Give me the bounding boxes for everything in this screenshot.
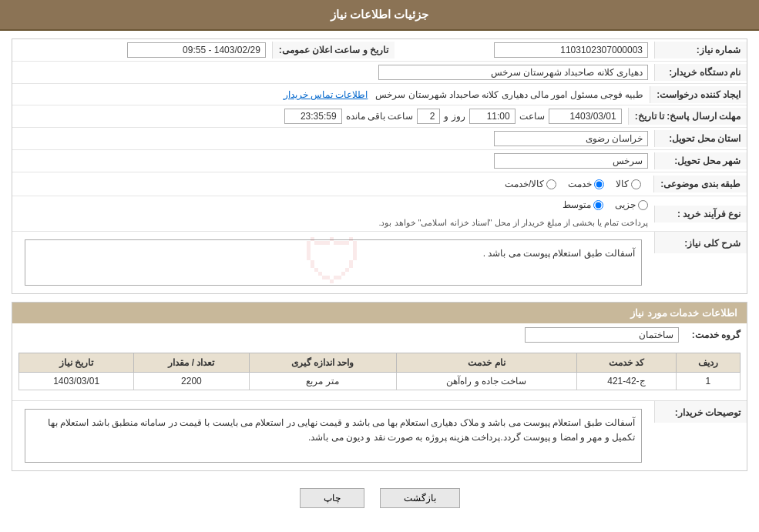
category-khedmat-item: خدمت <box>568 179 604 189</box>
category-kala-radio[interactable] <box>631 179 641 189</box>
city-row: شهر محل تحویل: <box>12 150 747 172</box>
footer-buttons: بازگشت چاپ <box>12 479 747 517</box>
contact-link[interactable]: اطلاعات تماس خریدار <box>284 89 368 100</box>
category-kala-khedmat-radio[interactable] <box>546 179 556 189</box>
province-input[interactable] <box>494 131 648 146</box>
buyer-desc-row: توصیحات خریدار: آسفالت طبق استعلام پیوست… <box>12 400 747 470</box>
page-container: جزئیات اطلاعات نیاز شماره نیاز: تاریخ و … <box>0 0 759 532</box>
reply-deadline-row: مهلت ارسال پاسخ: تا تاریخ: ساعت روز و سا… <box>12 105 747 128</box>
need-desc-value: 🛡 آسفالت طبق استعلام پیوست می باشد . <box>12 232 654 293</box>
category-radio-group: کالا خدمت کالا/خدمت <box>18 176 647 192</box>
col-code: کد خدمت <box>577 353 677 373</box>
announcement-input[interactable] <box>127 42 266 58</box>
category-value: کالا خدمت کالا/خدمت <box>12 172 653 196</box>
province-row: استان محل تحویل: <box>12 128 747 150</box>
reply-deadline-value: ساعت روز و ساعت باقی مانده <box>12 105 628 127</box>
process-jazei-item: جزیی <box>615 199 648 210</box>
reply-time-label: ساعت <box>519 111 545 122</box>
category-label: طبقه بندی موضوعی: <box>653 176 747 192</box>
announcement-value <box>12 39 272 61</box>
services-section: اطلاعات خدمات مورد نیاز گروه خدمت: ردیف … <box>12 302 747 471</box>
process-label: نوع فرآیند خرید : <box>654 206 747 223</box>
creator-text: طبیه فوجی مسئول امور مالی دهیاری کلانه ص… <box>375 89 643 100</box>
col-quantity: تعداد / مقدار <box>134 353 249 373</box>
category-khedmat-label: خدمت <box>568 179 592 189</box>
service-group-label: گروه خدمت: <box>679 330 741 340</box>
category-row: طبقه بندی موضوعی: کالا خدمت <box>12 172 747 196</box>
process-value: جزیی متوسط پرداخت تمام یا بخشی از مبلغ خ… <box>12 196 654 231</box>
service-group-input[interactable] <box>525 327 679 343</box>
service-group-row: گروه خدمت: <box>12 323 747 346</box>
col-name: نام خدمت <box>396 353 576 373</box>
buyer-org-input[interactable] <box>378 65 648 80</box>
creator-row: ایجاد کننده درخواست: طبیه فوجی مسئول امو… <box>12 84 747 105</box>
reply-remaining-label: ساعت باقی مانده <box>346 111 414 122</box>
process-motavaset-label: متوسط <box>563 199 591 210</box>
table-section: ردیف کد خدمت نام خدمت واحد اندازه گیری ت… <box>12 346 747 396</box>
need-desc-box: آسفالت طبق استعلام پیوست می باشد . <box>25 239 642 286</box>
need-desc-label: شرح کلی نیاز: <box>654 232 747 253</box>
print-button[interactable]: چاپ <box>300 488 364 508</box>
province-value <box>12 128 654 149</box>
cell-date: 1403/03/01 <box>19 373 134 390</box>
category-kala-item: کالا <box>616 179 641 189</box>
cell-code: ج-42-421 <box>577 373 677 390</box>
col-date: تاریخ نیاز <box>19 353 134 373</box>
need-number-row: شماره نیاز: تاریخ و ساعت اعلان عمومی: <box>12 39 747 62</box>
city-label: شهر محل تحویل: <box>654 152 747 169</box>
process-motavaset-item: متوسط <box>563 199 603 210</box>
col-unit: واحد اندازه گیری <box>249 353 396 373</box>
buyer-desc-value: آسفالت طبق استعلام پیوست می باشد و ملاک … <box>12 401 654 470</box>
back-button[interactable]: بازگشت <box>380 488 460 508</box>
main-content: شماره نیاز: تاریخ و ساعت اعلان عمومی: نا… <box>0 31 759 525</box>
table-row: 1 ج-42-421 ساخت جاده و راه‌آهن متر مربع … <box>19 373 741 390</box>
process-jazei-label: جزیی <box>615 199 636 210</box>
category-kala-label: کالا <box>616 179 629 189</box>
process-row: نوع فرآیند خرید : جزیی متوسط <box>12 196 747 232</box>
city-value <box>12 150 654 172</box>
services-title: اطلاعات خدمات مورد نیاز <box>12 303 747 323</box>
creator-value: طبیه فوجی مسئول امور مالی دهیاری کلانه ص… <box>12 86 650 103</box>
reply-deadline-label: مهلت ارسال پاسخ: تا تاریخ: <box>628 108 747 125</box>
reply-remaining-input[interactable] <box>284 109 342 124</box>
cell-name: ساخت جاده و راه‌آهن <box>396 373 576 390</box>
buyer-desc-box: آسفالت طبق استعلام پیوست می باشد و ملاک … <box>25 409 642 463</box>
page-header: جزئیات اطلاعات نیاز <box>0 0 759 31</box>
buyer-org-label: نام دستگاه خریدار: <box>654 64 747 81</box>
reply-days-input[interactable] <box>417 109 440 124</box>
cell-unit: متر مربع <box>249 373 396 390</box>
buyer-org-value <box>12 62 654 83</box>
need-number-input[interactable] <box>494 42 648 58</box>
service-group-value <box>18 327 679 343</box>
col-row: ردیف <box>676 353 740 373</box>
buyer-org-row: نام دستگاه خریدار: <box>12 62 747 84</box>
need-desc-watermark-area: 🛡 آسفالت طبق استعلام پیوست می باشد . <box>18 239 648 286</box>
category-kala-khedmat-label: کالا/خدمت <box>505 179 544 189</box>
city-input[interactable] <box>494 153 648 169</box>
creator-label: ایجاد کننده درخواست: <box>650 86 747 103</box>
process-description: پرداخت تمام یا بخشی از مبلغ خریدار از مح… <box>378 218 648 228</box>
need-number-label: شماره نیاز: <box>654 42 747 59</box>
reply-day-label: روز و <box>444 111 465 122</box>
process-radio-group: جزیی متوسط <box>563 199 648 210</box>
province-label: استان محل تحویل: <box>654 130 747 147</box>
process-jazei-radio[interactable] <box>638 200 648 210</box>
buyer-desc-label: توصیحات خریدار: <box>654 401 747 423</box>
buyer-desc-text: آسفالت طبق استعلام پیوست می باشد و ملاک … <box>48 417 635 443</box>
need-desc-row: شرح کلی نیاز: 🛡 آسفالت طبق استعلام پیوست… <box>12 232 747 293</box>
page-title: جزئیات اطلاعات نیاز <box>331 8 428 21</box>
services-table: ردیف کد خدمت نام خدمت واحد اندازه گیری ت… <box>18 353 741 390</box>
form-section: شماره نیاز: تاریخ و ساعت اعلان عمومی: نا… <box>12 38 747 294</box>
category-khedmat-radio[interactable] <box>594 179 604 189</box>
need-desc-text: آسفالت طبق استعلام پیوست می باشد . <box>483 248 635 259</box>
cell-quantity: 2200 <box>134 373 249 390</box>
reply-date-input[interactable] <box>549 109 622 124</box>
cell-row: 1 <box>676 373 740 390</box>
process-motavaset-radio[interactable] <box>593 200 603 210</box>
need-number-value <box>395 39 654 61</box>
category-kala-khedmat-item: کالا/خدمت <box>505 179 556 189</box>
announcement-label: تاریخ و ساعت اعلان عمومی: <box>272 42 395 59</box>
reply-time-input[interactable] <box>469 109 516 124</box>
